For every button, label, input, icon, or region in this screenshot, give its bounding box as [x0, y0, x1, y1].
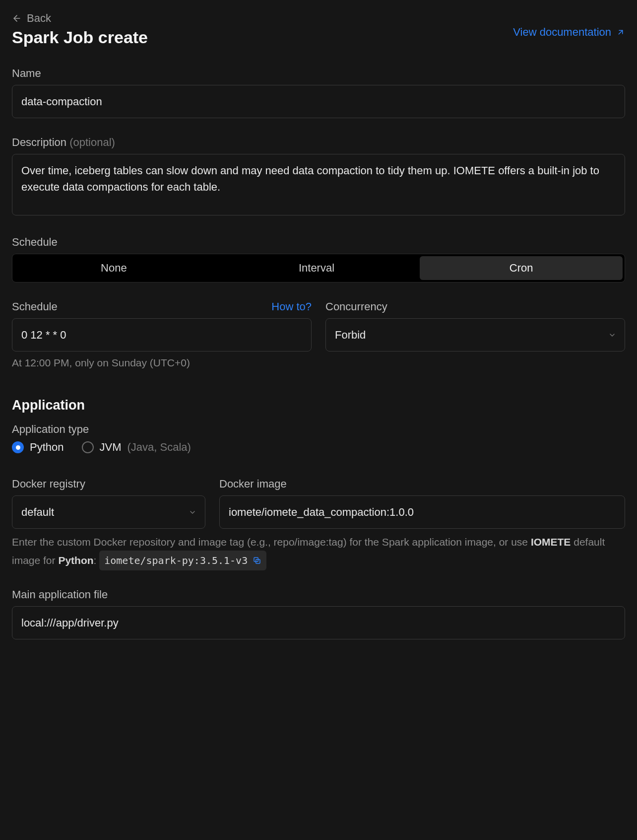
- radio-icon: [82, 441, 94, 453]
- docker-registry-select[interactable]: [12, 495, 205, 529]
- page-header: Back Spark Job create View documentation: [12, 12, 625, 47]
- docker-image-input[interactable]: [219, 495, 625, 529]
- view-documentation-link[interactable]: View documentation: [513, 26, 625, 39]
- docker-registry-label: Docker registry: [12, 478, 85, 490]
- application-section: Application Application type Python JVM …: [12, 398, 625, 570]
- application-type-label: Application type: [12, 423, 89, 436]
- main-file-group: Main application file: [12, 588, 625, 639]
- name-label: Name: [12, 67, 41, 80]
- arrow-left-icon: [12, 13, 22, 23]
- docker-row: Docker registry Docker image: [12, 478, 625, 529]
- doc-link-label: View documentation: [513, 26, 611, 39]
- radio-jvm[interactable]: JVM (Java, Scala): [82, 441, 191, 454]
- schedule-type-interval[interactable]: Interval: [215, 254, 418, 282]
- copy-icon[interactable]: [253, 556, 261, 565]
- concurrency-select[interactable]: [325, 318, 625, 351]
- main-file-label: Main application file: [12, 588, 108, 601]
- external-link-icon: [616, 28, 625, 37]
- main-file-input[interactable]: [12, 606, 625, 639]
- svg-line-1: [619, 30, 623, 34]
- application-title: Application: [12, 398, 625, 413]
- application-type-radios: Python JVM (Java, Scala): [12, 441, 625, 454]
- schedule-type-label: Schedule: [12, 236, 58, 249]
- schedule-input[interactable]: [12, 318, 312, 351]
- radio-icon: [12, 441, 24, 453]
- default-image-chip: iomete/spark-py:3.5.1-v3: [99, 551, 266, 570]
- description-group: Description (optional): [12, 136, 625, 218]
- name-input[interactable]: [12, 85, 625, 118]
- schedule-type-cron[interactable]: Cron: [420, 256, 623, 280]
- header-left: Back Spark Job create: [12, 12, 148, 47]
- docker-image-group: Docker image: [219, 478, 625, 529]
- concurrency-label: Concurrency: [325, 300, 387, 313]
- concurrency-group: Concurrency: [325, 300, 625, 370]
- docker-image-label: Docker image: [219, 478, 287, 490]
- docker-registry-group: Docker registry: [12, 478, 205, 529]
- back-button[interactable]: Back: [12, 12, 51, 25]
- how-to-link[interactable]: How to?: [271, 300, 312, 313]
- radio-python[interactable]: Python: [12, 441, 64, 454]
- schedule-type-segmented: None Interval Cron: [12, 254, 625, 282]
- schedule-label: Schedule: [12, 300, 58, 313]
- schedule-group: Schedule How to? At 12:00 PM, only on Su…: [12, 300, 312, 370]
- description-label: Description (optional): [12, 136, 115, 149]
- back-label: Back: [27, 12, 51, 25]
- schedule-helper: At 12:00 PM, only on Sunday (UTC+0): [12, 355, 312, 370]
- docker-help-text: Enter the custom Docker repository and i…: [12, 534, 625, 570]
- page-title: Spark Job create: [12, 28, 148, 47]
- schedule-concurrency-row: Schedule How to? At 12:00 PM, only on Su…: [12, 300, 625, 370]
- schedule-type-none[interactable]: None: [12, 254, 215, 282]
- schedule-type-group: Schedule None Interval Cron: [12, 236, 625, 282]
- name-group: Name: [12, 67, 625, 118]
- description-input[interactable]: [12, 154, 625, 215]
